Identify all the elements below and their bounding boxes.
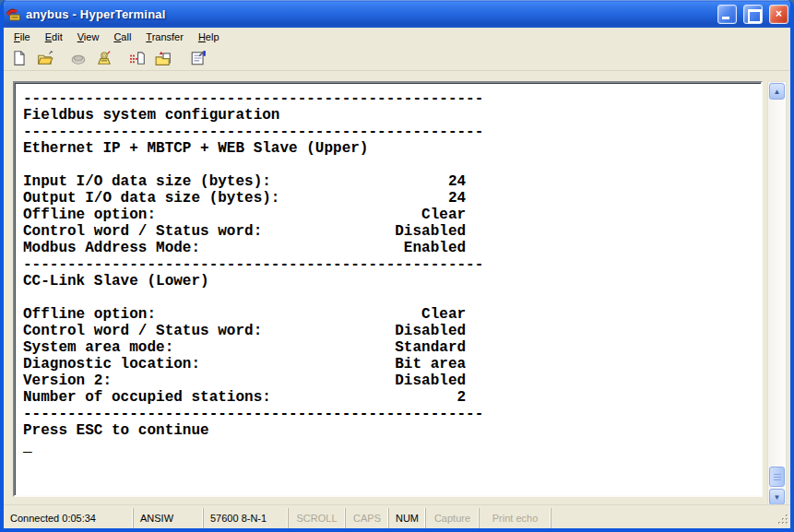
maximize-button[interactable] <box>743 5 763 24</box>
close-button[interactable]: × <box>769 5 788 24</box>
status-capture: Capture <box>425 508 479 528</box>
status-emulation: ANSIW <box>133 508 203 528</box>
hang-up-button[interactable] <box>93 47 115 69</box>
properties-icon <box>190 50 207 66</box>
menu-bar: File Edit View Call Transfer Help <box>4 28 790 45</box>
menu-view[interactable]: View <box>70 30 107 44</box>
menu-call[interactable]: Call <box>106 30 138 44</box>
properties-button[interactable] <box>187 47 209 69</box>
terminal-screen[interactable]: ----------------------------------------… <box>13 81 763 497</box>
status-bar: Connected 0:05:34 ANSIW 57600 8-N-1 SCRO… <box>4 504 790 528</box>
menu-transfer[interactable]: Transfer <box>138 30 191 44</box>
terminal-output: ----------------------------------------… <box>15 83 761 439</box>
hyperterminal-window: anybus - HyperTerminal × File Edit View … <box>0 0 794 532</box>
status-num-lock: NUM <box>388 508 425 528</box>
open-folder-icon <box>37 50 53 66</box>
receive-file-button[interactable] <box>152 47 174 69</box>
menu-edit[interactable]: Edit <box>38 30 70 44</box>
new-document-icon <box>11 50 28 66</box>
call-button[interactable] <box>67 47 89 69</box>
receive-file-icon <box>155 50 172 66</box>
menu-file[interactable]: File <box>6 30 38 44</box>
toolbar <box>4 45 790 71</box>
status-print-echo: Print echo <box>479 508 551 528</box>
client-area: ----------------------------------------… <box>4 71 790 504</box>
status-caps-lock: CAPS <box>345 508 388 528</box>
status-connected: Connected 0:05:34 <box>4 508 133 528</box>
hang-up-icon <box>96 50 113 66</box>
window-title: anybus - HyperTerminal <box>26 7 711 21</box>
status-scroll-lock: SCROLL <box>288 508 345 528</box>
scroll-down-button[interactable]: ▼ <box>769 489 785 505</box>
open-connection-button[interactable] <box>34 47 56 69</box>
terminal-cursor: _ <box>15 439 761 455</box>
vertical-scrollbar[interactable]: ▲ ▼ <box>767 81 787 507</box>
title-bar[interactable]: anybus - HyperTerminal × <box>0 0 794 28</box>
minimize-button[interactable] <box>717 5 737 24</box>
send-file-icon <box>129 50 146 66</box>
menu-help[interactable]: Help <box>191 30 227 44</box>
send-file-button[interactable] <box>126 47 148 69</box>
scrollbar-thumb[interactable] <box>769 467 785 487</box>
call-icon <box>70 50 87 66</box>
status-filler <box>551 508 777 528</box>
resize-grip[interactable] <box>777 514 789 527</box>
hyperterminal-app-icon[interactable] <box>6 6 21 21</box>
scroll-up-button[interactable]: ▲ <box>769 83 785 100</box>
status-baud-settings: 57600 8-N-1 <box>203 508 288 528</box>
new-connection-button[interactable] <box>8 47 30 69</box>
